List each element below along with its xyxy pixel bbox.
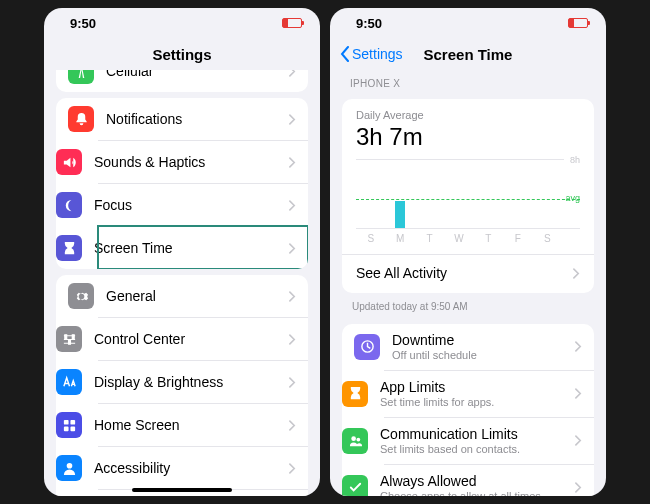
row-home-screen[interactable]: Home Screen bbox=[98, 403, 308, 446]
back-button[interactable]: Settings bbox=[340, 38, 403, 70]
row-focus[interactable]: Focus bbox=[98, 183, 308, 226]
row-label: Control Center bbox=[94, 331, 289, 348]
settings-group: GeneralControl CenterDisplay & Brightnes… bbox=[56, 275, 308, 496]
row-text: General bbox=[106, 288, 289, 305]
row-notifications[interactable]: Notifications bbox=[56, 98, 308, 140]
nav-bar: Settings bbox=[44, 38, 320, 70]
usage-chart: 8h avg bbox=[356, 159, 580, 229]
row-label: Home Screen bbox=[94, 417, 289, 434]
row-text: Screen Time bbox=[94, 240, 289, 257]
row-label: App Limits bbox=[380, 379, 575, 396]
chart-x-label: F bbox=[503, 229, 532, 244]
status-right bbox=[560, 16, 588, 31]
battery-icon bbox=[568, 18, 588, 28]
chart-bar-w-3 bbox=[444, 159, 473, 228]
row-sublabel: Set limits based on contacts. bbox=[380, 443, 575, 456]
sliders-icon bbox=[56, 326, 82, 352]
svg-point-27 bbox=[356, 438, 360, 442]
antenna-icon bbox=[68, 70, 94, 84]
chart-bar-t-2 bbox=[415, 159, 444, 228]
row-label: Focus bbox=[94, 197, 289, 214]
row-text: Accessibility bbox=[94, 460, 289, 477]
row-label: Communication Limits bbox=[380, 426, 575, 443]
gear-icon bbox=[68, 283, 94, 309]
nav-title: Settings bbox=[152, 46, 211, 63]
hourglass-icon bbox=[56, 235, 82, 261]
svg-point-8 bbox=[66, 462, 72, 468]
chart-bar-m-1 bbox=[385, 159, 414, 228]
chart-x-label: T bbox=[415, 229, 444, 244]
row-display[interactable]: Display & Brightness bbox=[98, 360, 308, 403]
chevron-right-icon bbox=[289, 377, 296, 388]
people-icon bbox=[342, 428, 368, 454]
status-time: 9:50 bbox=[356, 16, 382, 31]
row-text: DowntimeOff until schedule bbox=[392, 332, 575, 362]
text-size-icon bbox=[56, 369, 82, 395]
row-general[interactable]: General bbox=[56, 275, 308, 317]
svg-rect-4 bbox=[63, 419, 68, 424]
row-label: Always Allowed bbox=[380, 473, 575, 490]
row-downtime[interactable]: DowntimeOff until schedule bbox=[342, 324, 594, 370]
row-app-limits[interactable]: App LimitsSet time limits for apps. bbox=[384, 370, 594, 417]
row-sounds[interactable]: Sounds & Haptics bbox=[98, 140, 308, 183]
section-label: IPHONE X bbox=[330, 70, 606, 93]
chevron-right-icon bbox=[573, 268, 580, 279]
status-bar: 9:50 bbox=[44, 8, 320, 38]
chart-x-label: S bbox=[533, 229, 562, 244]
chevron-right-icon bbox=[289, 157, 296, 168]
speaker-icon bbox=[56, 149, 82, 175]
chart-bar-t-4 bbox=[474, 159, 503, 228]
row-sublabel: Choose apps to allow at all times. bbox=[380, 490, 575, 496]
row-accessibility[interactable]: Accessibility bbox=[98, 446, 308, 489]
row-sublabel: Set time limits for apps. bbox=[380, 396, 575, 409]
svg-point-26 bbox=[351, 437, 356, 442]
row-label: Sounds & Haptics bbox=[94, 154, 289, 171]
see-all-activity-row[interactable]: See All Activity bbox=[342, 254, 594, 291]
chevron-right-icon bbox=[289, 114, 296, 125]
row-text: Home Screen bbox=[94, 417, 289, 434]
svg-rect-7 bbox=[70, 426, 75, 431]
row-text: Communication LimitsSet limits based on … bbox=[380, 426, 575, 456]
home-indicator[interactable] bbox=[132, 488, 232, 492]
chart-x-label: M bbox=[385, 229, 414, 244]
row-text: Display & Brightness bbox=[94, 374, 289, 391]
nav-title: Screen Time bbox=[424, 46, 513, 63]
clock-icon bbox=[354, 334, 380, 360]
row-label: Cellular bbox=[106, 70, 289, 79]
row-label: Downtime bbox=[392, 332, 575, 349]
chart-bar-f-5 bbox=[503, 159, 532, 228]
row-control-center[interactable]: Control Center bbox=[98, 317, 308, 360]
chevron-right-icon bbox=[289, 420, 296, 431]
grid-icon bbox=[56, 412, 82, 438]
row-text: Focus bbox=[94, 197, 289, 214]
status-right bbox=[274, 16, 302, 31]
daily-average-value: 3h 7m bbox=[356, 123, 580, 151]
chart-x-label: S bbox=[356, 229, 385, 244]
settings-list[interactable]: CellularNotificationsSounds & HapticsFoc… bbox=[44, 70, 320, 496]
person-icon bbox=[56, 455, 82, 481]
row-label: Accessibility bbox=[94, 460, 289, 477]
row-text: Always AllowedChoose apps to allow at al… bbox=[380, 473, 575, 496]
row-label: General bbox=[106, 288, 289, 305]
row-label: Screen Time bbox=[94, 240, 289, 257]
row-label: Notifications bbox=[106, 111, 289, 128]
svg-rect-6 bbox=[63, 426, 68, 431]
daily-average-label: Daily Average bbox=[356, 109, 580, 121]
chart-bar-s-6 bbox=[533, 159, 562, 228]
usage-summary-card: Daily Average 3h 7m 8h avg SMTWTFS See A… bbox=[342, 99, 594, 293]
status-bar: 9:50 bbox=[330, 8, 606, 38]
row-cellular[interactable]: Cellular bbox=[56, 70, 308, 92]
chart-x-label: T bbox=[474, 229, 503, 244]
row-comm-limits[interactable]: Communication LimitsSet limits based on … bbox=[384, 417, 594, 464]
screentime-options-card: DowntimeOff until scheduleApp LimitsSet … bbox=[342, 324, 594, 496]
row-text: Sounds & Haptics bbox=[94, 154, 289, 171]
moon-icon bbox=[56, 192, 82, 218]
nav-bar: Settings Screen Time bbox=[330, 38, 606, 70]
screentime-scroll[interactable]: IPHONE X Daily Average 3h 7m 8h avg SMTW… bbox=[330, 70, 606, 496]
row-text: Cellular bbox=[106, 70, 289, 79]
row-always-allowed[interactable]: Always AllowedChoose apps to allow at al… bbox=[384, 464, 594, 496]
chart-max-label: 8h bbox=[570, 155, 580, 165]
chart-x-label: W bbox=[444, 229, 473, 244]
row-screentime[interactable]: Screen Time bbox=[98, 226, 308, 269]
chevron-right-icon bbox=[575, 388, 582, 399]
